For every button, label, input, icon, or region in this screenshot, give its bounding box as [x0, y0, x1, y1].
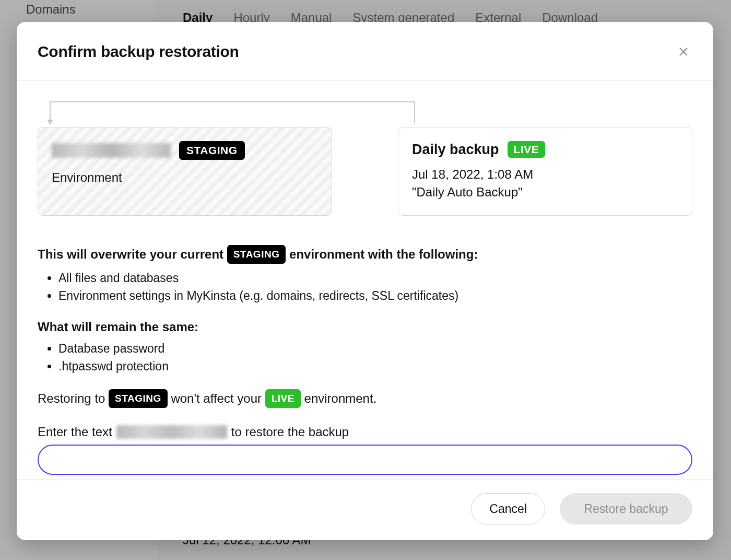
environment-cards: STAGING Environment Daily backup LIVE Ju… [38, 127, 692, 216]
destination-name-redacted [52, 143, 171, 158]
modal-header: Confirm backup restoration [17, 22, 713, 81]
overwrite-list: All files and databases Environment sett… [58, 269, 692, 305]
list-item: Environment settings in MyKinsta (e.g. d… [58, 287, 692, 305]
confirm-text-redacted [116, 425, 227, 439]
modal-footer: Cancel Restore backup [17, 479, 713, 540]
source-card: Daily backup LIVE Jul 18, 2022, 1:08 AM … [398, 127, 692, 216]
note-mid: won't affect your [171, 391, 262, 405]
live-badge: LIVE [508, 141, 546, 158]
note-after: environment. [304, 391, 377, 405]
close-icon [678, 46, 689, 57]
restore-note: Restoring to STAGING won't affect your L… [38, 389, 692, 409]
source-title: Daily backup [412, 142, 499, 158]
confirm-before: Enter the text [38, 425, 112, 439]
source-timestamp: Jul 18, 2022, 1:08 AM [412, 167, 678, 182]
remain-list: Database password .htpasswd protection [58, 340, 692, 376]
list-item: All files and databases [58, 269, 692, 287]
flow-arrow [38, 100, 692, 127]
confirm-after: to restore the backup [231, 425, 349, 439]
confirm-restore-modal: Confirm backup restoration STAGING Envir… [17, 22, 713, 540]
confirm-label: Enter the text to restore the backup [38, 425, 692, 439]
remain-heading: What will remain the same: [38, 320, 692, 334]
staging-badge-inline-2: STAGING [109, 389, 168, 409]
live-badge-inline: LIVE [265, 389, 301, 409]
overwrite-section: This will overwrite your current STAGING… [38, 245, 692, 475]
restore-button[interactable]: Restore backup [560, 493, 692, 524]
overwrite-text-before: This will overwrite your current [38, 247, 223, 261]
modal-title: Confirm backup restoration [38, 43, 239, 61]
overwrite-lead: This will overwrite your current STAGING… [38, 245, 692, 264]
staging-badge: STAGING [179, 141, 245, 160]
destination-card: STAGING Environment [38, 127, 332, 216]
note-before: Restoring to [38, 391, 105, 405]
close-button[interactable] [675, 43, 692, 61]
source-description: "Daily Auto Backup" [412, 185, 678, 200]
cancel-button[interactable]: Cancel [471, 493, 545, 524]
confirm-input[interactable] [38, 445, 692, 475]
arrow-icon [45, 100, 419, 129]
list-item: Database password [58, 340, 692, 358]
list-item: .htpasswd protection [58, 357, 692, 376]
overwrite-text-after: environment with the following: [289, 247, 478, 261]
destination-sublabel: Environment [52, 170, 318, 185]
modal-body: STAGING Environment Daily backup LIVE Ju… [17, 81, 713, 479]
staging-badge-inline: STAGING [227, 245, 286, 264]
